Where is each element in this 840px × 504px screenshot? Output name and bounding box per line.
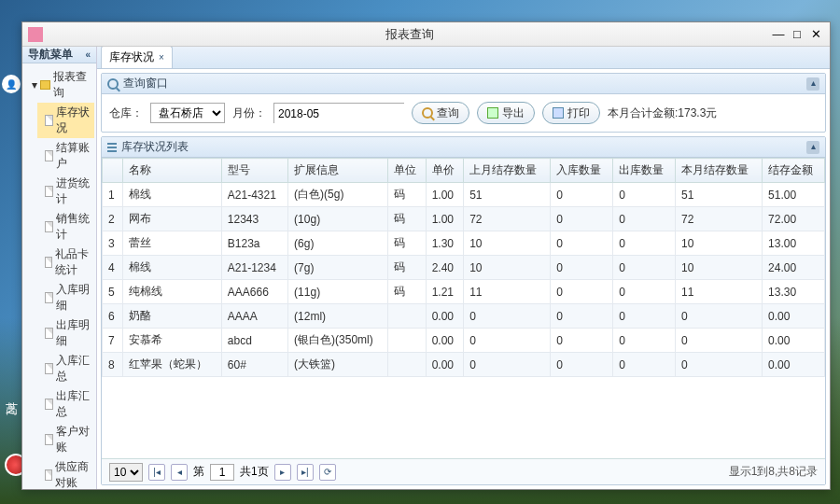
doc-icon <box>45 434 53 445</box>
query-panel-title: 查询窗口 <box>123 76 168 91</box>
table-row[interactable]: 8红苹果（蛇果）60#(大铁篮)0.0000000.00 <box>103 353 825 377</box>
cell: (大铁篮) <box>288 353 388 377</box>
collapse-nav-icon[interactable]: « <box>85 49 91 60</box>
doc-icon <box>45 257 52 268</box>
column-header[interactable]: 型号 <box>221 159 287 183</box>
cell: 7 <box>103 329 123 353</box>
cell: 0 <box>675 329 762 353</box>
cell: 棉线 <box>122 183 221 207</box>
column-header[interactable]: 上月结存数量 <box>464 159 551 183</box>
column-header[interactable]: 名称 <box>122 159 221 183</box>
desktop-icon[interactable]: 👤 <box>2 75 21 93</box>
table-row[interactable]: 4棉线A21-1234(7g)码2.4010001024.00 <box>103 256 825 280</box>
cell: 纯棉线 <box>122 280 221 304</box>
cell: 码 <box>388 207 427 231</box>
table-row[interactable]: 7安慕希abcd(银白色)(350ml)0.0000000.00 <box>103 329 825 353</box>
refresh-button[interactable]: ⟳ <box>319 464 336 481</box>
nav-item-label: 供应商对账 <box>55 459 94 489</box>
tab-inventory[interactable]: 库存状况 × <box>101 47 173 68</box>
grid-panel: 库存状况列表 ▴ 名称型号扩展信息单位单价上月结存数量入库数量出库数量本月结存数… <box>101 136 826 485</box>
doc-icon <box>45 186 53 197</box>
next-page-button[interactable]: ▸ <box>274 464 291 481</box>
cell: 0 <box>613 207 676 231</box>
month-label: 月份： <box>232 105 266 121</box>
search-button[interactable]: 查询 <box>412 102 469 124</box>
month-input[interactable] <box>274 104 422 124</box>
table-row[interactable]: 5纯棉线AAA666(11g)码1.2111001113.30 <box>103 280 825 304</box>
panel-collapse-button[interactable]: ▴ <box>806 77 819 91</box>
print-button[interactable]: 打印 <box>542 102 600 124</box>
print-btn-label: 打印 <box>567 105 590 121</box>
tree-root[interactable]: ▾报表查询 <box>24 67 94 103</box>
export-btn-label: 导出 <box>502 105 525 121</box>
nav-item[interactable]: 客户对账 <box>37 422 94 457</box>
export-icon <box>487 107 498 119</box>
column-header[interactable]: 出库数量 <box>613 159 676 183</box>
cell: (12ml) <box>288 304 388 329</box>
warehouse-select[interactable]: 盘石桥店 <box>150 103 225 123</box>
nav-item[interactable]: 销售统计 <box>37 209 94 245</box>
column-header[interactable]: 单价 <box>426 159 464 183</box>
table-row[interactable]: 6奶酪AAAA(12ml)0.0000000.00 <box>103 304 825 329</box>
maximize-button[interactable]: □ <box>789 27 805 42</box>
doc-icon <box>45 150 53 161</box>
cell: 8 <box>103 353 123 377</box>
page-size-select[interactable]: 10 <box>109 463 143 482</box>
nav-item[interactable]: 进货统计 <box>37 174 94 209</box>
cell: 1 <box>103 183 123 207</box>
cell: 0 <box>613 256 676 280</box>
cell: 0 <box>551 329 613 353</box>
cell: AAA666 <box>221 280 287 304</box>
search-btn-label: 查询 <box>437 105 459 121</box>
cell: (银白色)(350ml) <box>288 329 388 353</box>
page-input[interactable] <box>210 464 234 481</box>
cell: AAAA <box>221 304 287 329</box>
last-page-button[interactable]: ▸| <box>297 464 314 481</box>
nav-item[interactable]: 入库汇总 <box>37 351 94 386</box>
column-header[interactable]: 单位 <box>388 159 427 183</box>
cell: 码 <box>388 231 427 256</box>
nav-item-label: 结算账户 <box>56 140 94 172</box>
nav-item-label: 出库明细 <box>56 317 94 349</box>
column-header[interactable] <box>103 159 123 183</box>
prev-page-button[interactable]: ◂ <box>171 464 188 481</box>
column-header[interactable]: 扩展信息 <box>288 159 388 183</box>
column-header[interactable]: 本月结存数量 <box>675 159 762 183</box>
cell: 10 <box>675 256 762 280</box>
table-row[interactable]: 3蕾丝B123a(6g)码1.3010001013.00 <box>103 231 825 256</box>
summary-text: 本月合计金额:173.3元 <box>608 105 717 121</box>
cell <box>388 329 427 353</box>
export-button[interactable]: 导出 <box>477 102 535 124</box>
cell: abcd <box>221 329 287 353</box>
nav-item[interactable]: 结算账户 <box>37 138 94 174</box>
tab-close-icon[interactable]: × <box>159 52 164 63</box>
cell: 3 <box>103 231 123 256</box>
minimize-button[interactable]: — <box>770 27 787 42</box>
data-grid[interactable]: 名称型号扩展信息单位单价上月结存数量入库数量出库数量本月结存数量结存金额 1棉线… <box>102 158 825 458</box>
close-button[interactable]: ✕ <box>807 27 824 42</box>
nav-item[interactable]: 供应商对账 <box>37 457 94 489</box>
nav-item[interactable]: 入库明细 <box>37 280 94 315</box>
doc-icon <box>45 115 53 126</box>
nav-item-label: 进货统计 <box>56 175 94 207</box>
panel-collapse-button[interactable]: ▴ <box>806 141 819 154</box>
column-header[interactable]: 入库数量 <box>551 159 613 183</box>
search-btn-icon <box>422 107 433 119</box>
table-row[interactable]: 2网布12343(10g)码1.0072007272.00 <box>103 207 825 231</box>
first-page-button[interactable]: |◂ <box>148 464 165 481</box>
cell: 0 <box>464 304 551 329</box>
cell: 红苹果（蛇果） <box>122 353 221 377</box>
page-label-post: 共1页 <box>240 464 269 480</box>
cell: 1.00 <box>426 183 464 207</box>
pager-info: 显示1到8,共8记录 <box>729 464 818 480</box>
cell: 0 <box>464 329 551 353</box>
cell: 10 <box>464 231 551 256</box>
column-header[interactable]: 结存金额 <box>763 159 825 183</box>
nav-item[interactable]: 出库汇总 <box>37 386 94 422</box>
cell: 51.00 <box>763 183 825 207</box>
print-icon <box>553 107 564 119</box>
nav-item[interactable]: 出库明细 <box>37 315 94 351</box>
nav-item[interactable]: 礼品卡统计 <box>37 245 94 280</box>
table-row[interactable]: 1棉线A21-4321(白色)(5g)码1.0051005151.00 <box>103 183 825 207</box>
nav-item[interactable]: 库存状况 <box>37 103 94 138</box>
